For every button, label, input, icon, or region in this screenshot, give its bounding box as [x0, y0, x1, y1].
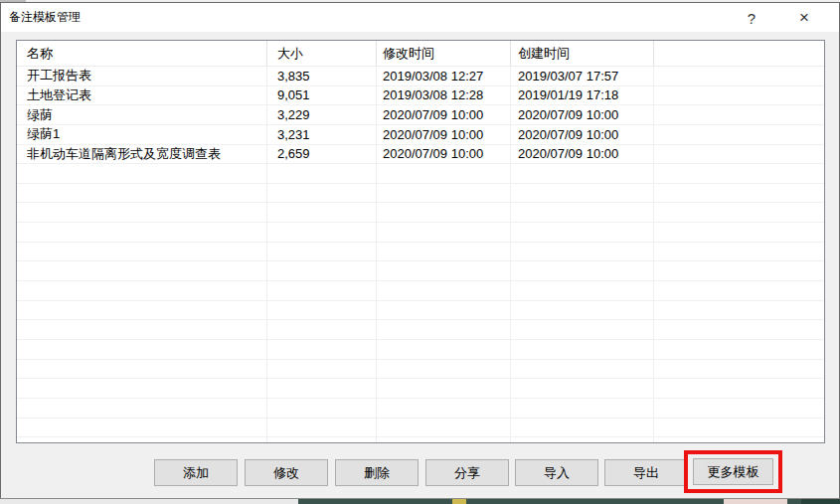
table-row-empty [17, 437, 824, 443]
cell-empty [511, 243, 654, 261]
cell-size: 3,231 [267, 125, 377, 144]
close-icon[interactable]: × [789, 7, 819, 29]
cell-empty [511, 437, 654, 443]
cell-empty [511, 419, 654, 437]
cell-extra [654, 86, 824, 105]
cell-empty [267, 243, 377, 261]
cell-empty [654, 419, 824, 437]
cell-name: 绿荫1 [17, 125, 267, 144]
cell-empty [17, 223, 267, 242]
cell-size: 3,835 [267, 67, 377, 85]
cell-created: 2019/01/19 17:18 [511, 86, 654, 105]
table-row[interactable]: 绿荫13,2312020/07/09 10:002020/07/09 10:00 [17, 125, 824, 145]
cell-empty [654, 360, 824, 379]
cell-empty [511, 379, 654, 398]
column-header-modified[interactable]: 修改时间 [377, 41, 511, 66]
cell-empty [17, 379, 267, 398]
cell-empty [511, 301, 654, 320]
cell-empty [377, 399, 511, 418]
cell-empty [511, 399, 654, 418]
table-row[interactable]: 土地登记表9,0512019/03/08 12:282019/01/19 17:… [17, 86, 824, 106]
column-header-extra[interactable] [654, 41, 824, 66]
cell-empty [377, 360, 511, 379]
template-list-view: 名称大小修改时间创建时间 开工报告表3,8352019/03/08 12:272… [16, 40, 825, 443]
cell-size: 3,229 [267, 105, 377, 124]
cell-empty [654, 320, 824, 339]
column-header-name[interactable]: 名称 [17, 41, 267, 66]
table-row-empty [17, 399, 824, 419]
cell-name: 土地登记表 [17, 86, 267, 105]
cell-empty [267, 184, 377, 203]
cell-empty [654, 340, 824, 359]
button-import[interactable]: 导入 [515, 459, 598, 486]
cell-empty [654, 223, 824, 242]
cell-extra [654, 145, 824, 164]
cell-empty [17, 419, 267, 437]
cell-empty [511, 223, 654, 242]
button-share[interactable]: 分享 [425, 459, 509, 486]
cell-modified: 2020/07/09 10:00 [377, 105, 511, 124]
table-row-empty [17, 419, 824, 438]
highlight-annotation-box: 更多模板 [684, 450, 782, 493]
cell-empty [654, 243, 824, 261]
cell-empty [377, 320, 511, 339]
cell-size: 9,051 [267, 86, 377, 105]
table-row-empty [17, 184, 824, 204]
cell-empty [511, 261, 654, 280]
table-row-empty [17, 340, 824, 360]
cell-empty [511, 281, 654, 300]
cell-empty [377, 203, 511, 222]
cell-empty [267, 301, 377, 320]
background-window-bottom-edge [0, 499, 840, 504]
column-header-created[interactable]: 创建时间 [511, 41, 654, 66]
cell-empty [377, 379, 511, 398]
table-row[interactable]: 开工报告表3,8352019/03/08 12:272019/03/07 17:… [17, 67, 824, 86]
cell-empty [511, 203, 654, 222]
help-icon[interactable]: ? [737, 7, 766, 29]
button-export[interactable]: 导出 [604, 459, 688, 486]
cell-empty [377, 437, 511, 443]
cell-empty [654, 184, 824, 203]
cell-name: 开工报告表 [17, 67, 267, 85]
cell-empty [17, 399, 267, 418]
button-more-templates[interactable]: 更多模板 [693, 458, 773, 485]
dialog-title: 备注模板管理 [9, 3, 81, 32]
table-row-empty [17, 243, 824, 262]
cell-empty [17, 320, 267, 339]
cell-created: 2020/07/09 10:00 [511, 145, 654, 164]
cell-created: 2019/03/07 17:57 [511, 67, 654, 85]
button-delete[interactable]: 删除 [335, 459, 419, 486]
cell-empty [377, 281, 511, 300]
cell-empty [17, 243, 267, 261]
button-add[interactable]: 添加 [154, 459, 238, 486]
cell-empty [267, 223, 377, 242]
cell-empty [17, 437, 267, 443]
cell-empty [267, 164, 377, 183]
cell-empty [377, 261, 511, 280]
table-row[interactable]: 绿荫3,2292020/07/09 10:002020/07/09 10:00 [17, 105, 824, 125]
cell-modified: 2020/07/09 10:00 [377, 125, 511, 144]
table-row[interactable]: 非机动车道隔离形式及宽度调查表2,6592020/07/09 10:002020… [17, 145, 824, 165]
cell-name: 绿荫 [17, 105, 267, 124]
cell-empty [267, 399, 377, 418]
table-row-empty [17, 301, 824, 321]
cell-empty [267, 379, 377, 398]
cell-empty [17, 281, 267, 300]
cell-empty [267, 360, 377, 379]
table-row-empty [17, 223, 824, 243]
table-row-empty [17, 203, 824, 223]
column-header-size[interactable]: 大小 [267, 41, 377, 66]
cell-modified: 2019/03/08 12:28 [377, 86, 511, 105]
cell-modified: 2020/07/09 10:00 [377, 145, 511, 164]
table-row-empty [17, 379, 824, 399]
cell-empty [17, 164, 267, 183]
cell-empty [511, 184, 654, 203]
table-row-empty [17, 320, 824, 340]
button-modify[interactable]: 修改 [245, 459, 328, 486]
cell-empty [17, 261, 267, 280]
cell-empty [654, 399, 824, 418]
cell-empty [377, 184, 511, 203]
cell-extra [654, 125, 824, 144]
cell-empty [267, 320, 377, 339]
cell-empty [267, 261, 377, 280]
